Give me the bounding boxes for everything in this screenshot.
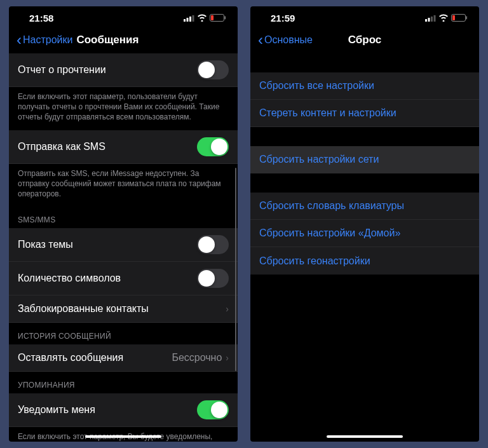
char-count-label: Количество символов [18,273,121,284]
svg-rect-6 [225,17,226,20]
reset-location-label: Сбросить геонастройки [259,255,370,267]
status-icons [425,14,468,22]
show-subject-row[interactable]: Показ темы [9,228,238,262]
reset-home-row[interactable]: Сбросить настройки «Домой» [250,220,479,247]
back-button[interactable]: ‹ Настройки [17,32,72,48]
battery-icon [451,14,468,22]
send-as-sms-toggle[interactable] [197,137,229,156]
notify-me-toggle[interactable] [197,400,229,419]
status-icons [184,14,226,22]
show-subject-label: Показ темы [18,239,73,250]
status-time: 21:58 [29,13,53,24]
battery-icon [210,14,226,22]
status-time: 21:59 [271,13,295,24]
wifi-icon [197,14,207,22]
phone-messages-settings: 21:58 ‹ Настройки Сообщения Отчет о проч… [9,6,238,442]
page-title: Сообщения [76,34,139,46]
chevron-left-icon: ‹ [258,32,263,48]
status-bar: 21:59 [250,6,479,27]
svg-rect-10 [434,15,436,22]
notify-me-label: Уведомить меня [18,404,95,416]
show-subject-toggle[interactable] [197,235,229,254]
send-as-sms-footer: Отправить как SMS, если iMessage недосту… [9,164,238,207]
chevron-left-icon: ‹ [17,32,22,48]
svg-rect-1 [187,18,189,22]
svg-rect-5 [211,15,214,20]
keep-messages-value: Бессрочно [172,352,222,363]
erase-all-label: Стереть контент и настройки [259,107,396,119]
back-label: Настройки [23,34,72,46]
mentions-header: УПОМИНАНИЯ [9,372,238,393]
char-count-row[interactable]: Количество символов [9,262,238,295]
svg-rect-2 [189,17,191,22]
keep-messages-label: Оставлять сообщения [18,352,123,363]
content-messages: Отчет о прочтении Если включить этот пар… [9,53,238,442]
signal-icon [425,15,436,22]
sms-mms-header: SMS/MMS [9,207,238,228]
erase-all-row[interactable]: Стереть контент и настройки [250,100,479,127]
wifi-icon [438,14,449,22]
reset-all-settings-row[interactable]: Сбросить все настройки [250,72,479,100]
read-receipts-row[interactable]: Отчет о прочтении [9,53,238,87]
blocked-contacts-label: Заблокированные контакты [18,303,149,315]
svg-rect-9 [431,17,433,22]
reset-keyboard-label: Сбросить словарь клавиатуры [259,200,404,212]
chevron-right-icon: › [226,353,229,363]
char-count-toggle[interactable] [197,269,229,288]
reset-network-row[interactable]: Сбросить настройки сети [250,146,479,173]
send-as-sms-label: Отправка как SMS [18,141,105,153]
keep-messages-row[interactable]: Оставлять сообщения Бессрочно › [9,344,238,372]
content-reset: Сбросить все настройки Стереть контент и… [250,53,479,442]
back-label: Основные [264,34,313,46]
reset-location-row[interactable]: Сбросить геонастройки [250,247,479,275]
svg-rect-13 [466,17,468,20]
status-bar: 21:58 [9,6,238,27]
svg-rect-8 [428,18,430,22]
nav-bar: ‹ Настройки Сообщения [9,27,238,53]
home-indicator[interactable] [327,435,403,438]
svg-rect-3 [193,15,194,22]
history-header: ИСТОРИЯ СООБЩЕНИЙ [9,323,238,344]
send-as-sms-row[interactable]: Отправка как SMS [9,130,238,164]
chevron-right-icon: › [226,304,229,314]
svg-rect-12 [452,15,455,20]
reset-keyboard-row[interactable]: Сбросить словарь клавиатуры [250,193,479,220]
notify-me-footer: Если включить этот параметр, Вы будете у… [9,427,238,442]
nav-bar: ‹ Основные Сброс [250,27,479,53]
back-button[interactable]: ‹ Основные [258,32,313,48]
reset-all-settings-label: Сбросить все настройки [259,80,374,92]
reset-network-label: Сбросить настройки сети [259,154,379,165]
signal-icon [184,15,194,22]
phone-reset-settings: 21:59 ‹ Основные Сброс Сбросить все наст… [250,6,479,442]
home-indicator[interactable] [85,435,161,438]
notify-me-row[interactable]: Уведомить меня [9,393,238,427]
blocked-contacts-row[interactable]: Заблокированные контакты › [9,295,238,323]
scroll-indicator[interactable] [235,168,237,371]
reset-home-label: Сбросить настройки «Домой» [259,227,400,239]
read-receipts-label: Отчет о прочтении [18,64,106,76]
svg-rect-7 [425,19,427,22]
read-receipts-toggle[interactable] [197,60,229,79]
read-receipts-footer: Если включить этот параметр, пользовател… [9,87,238,130]
svg-rect-0 [184,19,186,22]
